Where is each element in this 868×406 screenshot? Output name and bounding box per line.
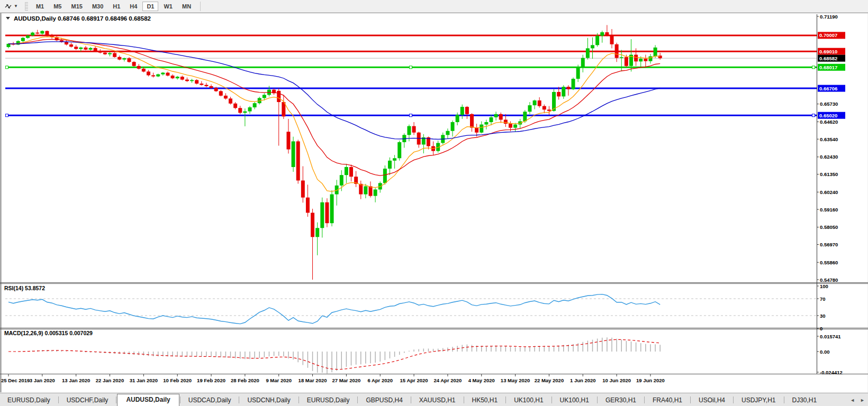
axis-tick-label: 0.63540 [820,136,838,142]
tab-separator [505,396,506,403]
svg-text:0.65020: 0.65020 [819,113,837,118]
price-badge: 0.65020 [818,112,845,119]
line-handle[interactable] [410,114,412,117]
date-tick-label: 25 Dec 2019 [1,377,30,383]
line-handle[interactable] [812,114,815,117]
tab-separator [180,396,180,403]
axis-tick-label: 0.61350 [820,171,838,177]
date-tick-label: 31 Jan 2020 [130,377,158,383]
tab-separator [551,396,552,403]
tab-scroll-left-button[interactable]: ◄ [850,398,855,403]
date-tick-label: 19 Jun 2020 [636,377,665,383]
tab-separator [464,396,464,403]
timeframe-button-group: M1M5M15M30H1H4D1W1MN [31,2,196,11]
timeframe-button-m5[interactable]: M5 [49,2,66,11]
line-handle[interactable] [6,114,8,117]
tab-separator [644,396,645,403]
price-badge: 0.68017 [818,64,845,71]
tab-scroll-buttons: ◄ ► [850,398,865,403]
axis-tick-label: 0.00 [820,349,830,355]
chart-tab-hk50-h1[interactable]: HK50,H1 [465,395,505,406]
chart-tab-eurusd-daily[interactable]: EURUSD,Daily [0,395,58,406]
tab-separator [299,396,299,403]
date-tick-label: 18 Mar 2020 [299,377,327,383]
tab-separator [784,396,784,403]
svg-text:0.69010: 0.69010 [819,49,837,54]
chart-title: AUDUSD,Daily 0.68746 0.68917 0.68496 0.6… [6,15,151,22]
date-tick-label: 3 Jan 2020 [30,377,55,383]
axis-tick-label: 0.56970 [820,242,838,247]
date-tick-label: 27 Mar 2020 [332,377,360,383]
chart-tab-usdcnh-daily[interactable]: USDCNH,Daily [240,395,297,406]
chart-tab-dj30-h1[interactable]: DJ30,H1 [785,395,825,406]
date-tick-label: 6 Apr 2020 [367,377,393,383]
axis-tick-label: 0.54780 [820,277,838,283]
axis-tick-label: 70 [820,296,826,302]
price-badge: 0.69010 [818,48,845,55]
svg-text:0.68017: 0.68017 [819,64,837,70]
tab-scroll-right-button[interactable]: ► [860,398,865,403]
timeframe-button-d1[interactable]: D1 [142,2,158,11]
tab-separator [58,396,59,403]
chart-tab-usoil-h4[interactable]: USOil,H4 [691,395,733,406]
axis-tick-label: 0.71190 [820,14,838,20]
axis-tick-label: 0 [820,326,822,331]
axis-tick-label: 0.015741 [820,334,841,339]
timeframe-button-m15[interactable]: M15 [67,2,86,11]
svg-text:AUDUSD,Daily 0.68746 0.68917: AUDUSD,Daily 0.68746 0.68917 0.68496 0.6… [14,15,151,22]
timeframe-button-mn[interactable]: MN [178,2,195,11]
toolbar-drag-handle[interactable] [25,2,28,11]
price-badge: 0.66706 [818,85,845,92]
date-tick-label: 22 May 2020 [535,377,564,383]
price-chart-svg[interactable]: AUDUSD,Daily 0.68746 0.68917 0.68496 0.6… [0,0,868,406]
date-tick-label: 13 Jan 2020 [62,377,90,383]
chart-tools-button[interactable]: ▼ [2,2,21,11]
line-handle[interactable] [812,66,815,69]
tab-separator [690,396,691,403]
macd-label: MACD(12,26,9) 0.005315 0.007029 [4,330,93,336]
chart-tab-gbpusd-h4[interactable]: GBPUSD,H4 [358,395,410,406]
chart-tab-bar: EURUSD,DailyUSDCHF,DailyAUDUSD,DailyUSDC… [0,393,868,406]
timeframe-button-m1[interactable]: M1 [32,2,48,11]
tab-separator [357,396,358,403]
date-tick-label: 4 May 2020 [468,377,495,383]
chart-tab-xauusd-h1[interactable]: XAUUSD,H1 [412,395,463,406]
chart-tab-audusd-daily[interactable]: AUDUSD,Daily [117,394,179,406]
chart-tab-uk100-h1[interactable]: UK100,H1 [553,395,596,406]
chart-tools-icon [4,3,12,10]
timeframe-button-w1[interactable]: W1 [159,2,177,11]
chart-tab-uk100-h1[interactable]: UK100,H1 [507,395,550,406]
date-tick-label: 10 Feb 2020 [163,377,192,383]
axis-tick-label: 30 [820,313,826,319]
chart-tab-usdjpy-h1[interactable]: USDJPY,H1 [734,395,783,406]
chart-tab-ger30-h1[interactable]: GER30,H1 [598,395,644,406]
date-tick-label: 19 Feb 2020 [197,377,225,383]
axis-tick-label: 0.55860 [820,260,838,265]
date-tick-label: 13 May 2020 [501,377,530,383]
tab-separator [116,396,116,403]
timeframe-button-h1[interactable]: H1 [108,2,124,11]
chart-tab-usdcad-daily[interactable]: USDCAD,Daily [181,395,239,406]
rsi-label: RSI(14) 53.8572 [4,285,45,291]
axis-tick-label: 0.60240 [820,189,838,195]
timeframe-button-h4[interactable]: H4 [125,2,141,11]
line-handle[interactable] [6,66,8,69]
axis-tick-label: 0.64620 [820,119,838,125]
tab-separator [597,396,598,403]
toolbar-separator [200,2,201,11]
chart-tab-fra40-h1[interactable]: FRA40,H1 [645,395,690,406]
svg-text:0.70007: 0.70007 [819,32,837,38]
axis-tick-label: 100 [820,283,828,289]
tab-separator [733,396,734,403]
chart-tab-usdchf-daily[interactable]: USDCHF,Daily [59,395,116,406]
timeframe-button-m30[interactable]: M30 [88,2,107,11]
tab-separator [239,396,239,403]
chart-tab-eurusd-daily[interactable]: EURUSD,Daily [300,395,357,406]
svg-text:0.66706: 0.66706 [819,86,837,91]
date-tick-label: 28 Feb 2020 [231,377,259,383]
line-handle[interactable] [410,66,412,69]
date-tick-label: 9 Mar 2020 [266,377,292,383]
date-tick-label: 24 Apr 2020 [433,377,462,383]
axis-tick-label: 0.65730 [820,101,838,107]
axis-tick-label: 0.59160 [820,207,838,213]
